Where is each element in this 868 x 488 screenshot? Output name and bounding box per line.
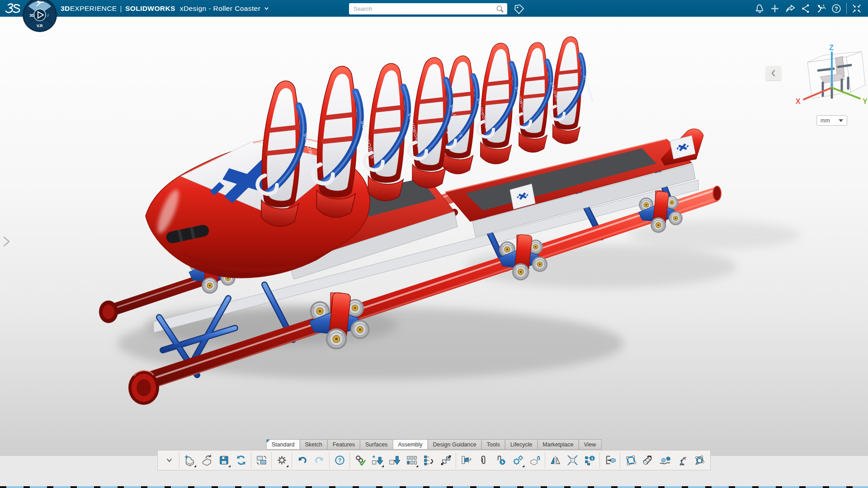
open-component-icon <box>201 454 213 466</box>
mirror-components-icon <box>549 454 561 466</box>
save-button[interactable] <box>215 452 232 469</box>
mate-link-check-button[interactable] <box>351 452 368 469</box>
contact-set-button[interactable] <box>656 452 673 469</box>
brand-experience: EXPERIENCE <box>70 5 117 13</box>
help-question-button[interactable]: ? <box>829 2 844 15</box>
sync-refresh-button[interactable] <box>232 452 250 469</box>
undo-button[interactable] <box>293 452 311 469</box>
collapse-panel-button[interactable] <box>766 66 781 80</box>
share-network-icon <box>800 3 811 14</box>
search-icon[interactable] <box>495 4 505 14</box>
search-input[interactable] <box>349 5 495 12</box>
attach-paperclip-button[interactable] <box>475 452 492 469</box>
toolbar-divider <box>271 452 272 469</box>
brand-solidworks: SOLIDWORKS <box>125 5 175 13</box>
dropdown-caret-icon <box>839 119 843 122</box>
help-question-icon: ? <box>830 3 842 14</box>
toolbar-divider <box>251 452 251 469</box>
sync-refresh-icon <box>235 454 247 466</box>
open-component-button[interactable] <box>198 452 215 469</box>
left-panel-expander[interactable] <box>1 235 13 249</box>
robot-programming-button[interactable] <box>673 452 690 469</box>
brand-3d: 3D <box>61 5 70 13</box>
add-plus-icon <box>769 3 781 14</box>
tab-features[interactable]: Features <box>327 439 360 450</box>
redo-button[interactable] <box>311 452 328 469</box>
units-dropdown[interactable]: mm <box>816 115 847 126</box>
switch-window-icon <box>255 454 268 466</box>
new-part-icon <box>184 454 196 466</box>
belt-pulley-button[interactable] <box>639 452 656 469</box>
3dexperience-compass[interactable]: 3D i V.R <box>22 0 58 33</box>
linkage-mechanism-button[interactable] <box>622 452 639 469</box>
insert-component-button[interactable] <box>386 452 403 469</box>
title-chevron-down-icon[interactable] <box>264 5 269 11</box>
svg-text:?: ? <box>338 457 341 464</box>
header-icon-strip: ? <box>752 0 864 17</box>
magnetic-attach-icon <box>529 454 541 466</box>
axis-z-label[interactable]: Z <box>829 44 834 52</box>
app-title: xDesign - Roller Coaster <box>180 5 260 13</box>
help-button[interactable]: ? <box>331 452 348 469</box>
tab-marketplace[interactable]: Marketplace <box>537 439 579 450</box>
magnetic-attach-button[interactable] <box>526 452 543 469</box>
global-search[interactable] <box>349 3 507 14</box>
insert-into-scene-button[interactable] <box>601 452 618 469</box>
tab-assembly[interactable]: Assembly <box>392 439 428 450</box>
move-component-button[interactable] <box>437 452 454 469</box>
anchor-component-button[interactable] <box>458 452 475 469</box>
ribbon-toolbar: ?i <box>157 450 711 470</box>
quick-attach-icon <box>495 454 507 466</box>
compass-vr-label[interactable]: V.R <box>37 23 42 28</box>
tab-pinned-indicator <box>267 440 270 443</box>
tab-view[interactable]: View <box>578 439 601 450</box>
mirror-components-button[interactable] <box>547 452 564 469</box>
switch-window-button[interactable] <box>253 452 270 469</box>
share-arrow-button[interactable] <box>783 2 798 15</box>
tab-design-guidance[interactable]: Design Guidance <box>428 439 482 450</box>
quick-attach-button[interactable] <box>492 452 509 469</box>
axis-x-label[interactable]: X <box>796 98 801 105</box>
insert-new-component-button[interactable] <box>368 452 386 469</box>
save-icon <box>218 454 230 466</box>
add-plus-button[interactable] <box>767 2 783 15</box>
tab-sketch[interactable]: Sketch <box>299 439 327 450</box>
view-triad[interactable]: Z X Y <box>790 44 868 114</box>
pattern-components-button[interactable] <box>403 452 420 469</box>
reorder-structure-button[interactable] <box>420 452 437 469</box>
tags-icon[interactable] <box>512 2 526 15</box>
toolbar-divider <box>456 452 456 469</box>
robot-programming-icon <box>676 454 688 466</box>
toolbar-collapse-chevron-button[interactable] <box>160 452 178 469</box>
toolbar-divider <box>179 452 179 469</box>
share-network-button[interactable] <box>798 2 813 15</box>
compass-3d-label[interactable]: 3D <box>29 13 35 18</box>
toolbox-gears-button[interactable] <box>509 452 526 469</box>
mate-link-check-icon <box>354 454 366 466</box>
new-part-button[interactable] <box>181 452 198 469</box>
redo-icon <box>313 454 326 466</box>
companion-3dexperience-button[interactable] <box>813 2 829 15</box>
settings-gear-button[interactable] <box>273 452 290 469</box>
linkage-mechanism-icon <box>624 454 637 466</box>
tab-label: Design Guidance <box>433 441 476 448</box>
notifications-bell-button[interactable] <box>752 2 767 15</box>
compass-play-icon[interactable] <box>34 9 46 21</box>
tab-lifecycle[interactable]: Lifecycle <box>505 439 538 450</box>
assembly-info-button[interactable]: i <box>581 452 598 469</box>
axis-y-label[interactable]: Y <box>863 98 868 105</box>
rear-seat-row[interactable] <box>438 36 599 176</box>
roller-coaster-model[interactable]: SOLIDWORKS <box>0 17 868 456</box>
tab-surfaces[interactable]: Surfaces <box>360 439 393 450</box>
tab-standard[interactable]: Standard <box>266 439 300 450</box>
toolbar-divider <box>349 452 350 469</box>
3d-viewport[interactable]: SOLIDWORKS <box>0 17 868 456</box>
rail-end-flange <box>128 371 159 405</box>
tab-tools[interactable]: Tools <box>481 439 505 450</box>
toolbar-collapse-chevron-icon <box>163 454 175 466</box>
reorder-structure-icon <box>423 454 435 466</box>
exit-fullscreen-button[interactable] <box>849 2 864 15</box>
mechanism-check-button[interactable] <box>690 452 708 469</box>
interference-check-button[interactable] <box>564 452 581 469</box>
anchor-component-icon <box>460 454 472 466</box>
